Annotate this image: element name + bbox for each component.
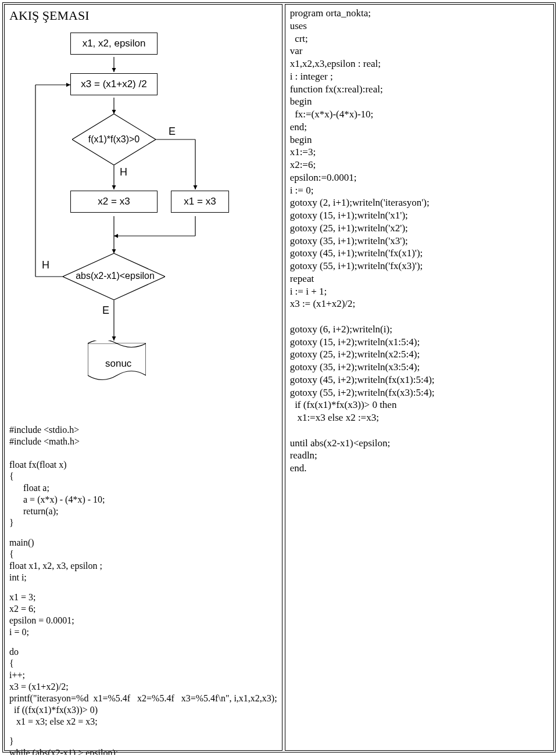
right-column: program orta_nokta; uses crt; var x1,x2,…: [285, 4, 554, 751]
flow-result-text: sonuc: [105, 358, 131, 370]
c-code-block-2: main() { float x1, x2, x3, epsilon ; int…: [9, 537, 277, 583]
flow-step-x3-text: x3 = (x1+x2) /2: [81, 78, 146, 89]
c-code-block-3: x1 = 3; x2 = 6; epsilon = 0.0001; i = 0;: [9, 592, 277, 638]
flowchart-title: AKIŞ ŞEMASI: [9, 8, 277, 23]
flow-cond1-h-label: H: [120, 166, 127, 178]
c-code-block-4: do { i++; x3 = (x1+x2)/2; printf("iteras…: [9, 646, 277, 728]
flow-x1-eq-x3: x1 = x3: [171, 191, 229, 213]
c-code-block-5: } while (abs(x2-x1) > epsilon); getch();…: [9, 736, 277, 755]
flow-input-box: x1, x2, epsilon: [70, 33, 158, 55]
flow-x2-eq-x3: x2 = x3: [70, 191, 158, 213]
flow-input-text: x1, x2, epsilon: [83, 38, 146, 49]
flow-cond1-text: f(x1)*f(x3)>0: [79, 134, 149, 145]
flow-cond2-text: abs(x2-x1)<epsilon: [69, 271, 162, 281]
flowchart-diagram: x1, x2, epsilon x3 = (x1+x2) /2 f(x1)*f(…: [9, 27, 277, 422]
flow-x2-eq-x3-text: x2 = x3: [98, 196, 130, 207]
flow-x1-eq-x3-text: x1 = x3: [184, 196, 216, 207]
flow-cond1-e-label: E: [169, 126, 176, 138]
c-code-block-1: #include <stdio.h> #include <math.h> flo…: [9, 424, 277, 529]
flow-step-x3: x3 = (x1+x2) /2: [70, 73, 158, 95]
left-column: AKIŞ ŞEMASI: [4, 4, 282, 751]
flow-cond2-h-label: H: [42, 259, 49, 271]
flow-cond2-e-label: E: [102, 304, 109, 317]
pascal-code-block: program orta_nokta; uses crt; var x1,x2,…: [290, 7, 549, 475]
